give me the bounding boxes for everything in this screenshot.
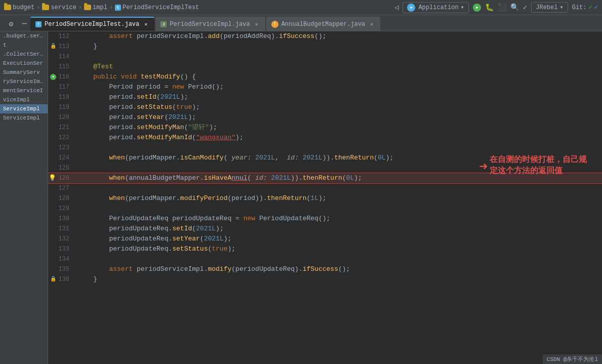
toolbar-icon-coverage[interactable]: ⬛: [498, 3, 506, 12]
line-num-132: 132: [58, 234, 69, 244]
toolbar-icon-profile[interactable]: 🔍: [510, 3, 519, 12]
annotation-text: 在自测的时候打桩，自己规定这个方法的返回值: [490, 154, 587, 177]
gutter-125: 125: [48, 163, 73, 173]
toolbar-icon-bug[interactable]: 🐛: [485, 3, 494, 12]
code-content-114: [73, 52, 602, 62]
code-content-129: [73, 204, 602, 214]
line-num-120: 120: [58, 112, 69, 123]
breadcrumb-budget[interactable]: budget: [4, 4, 34, 11]
code-content-130: PeriodUpdateReq periodUpdateReq = new Pe…: [73, 214, 602, 224]
lock-icon-113: 🔒: [50, 42, 56, 52]
settings-gear[interactable]: ⚙: [4, 17, 18, 31]
breadcrumb-sep-2: ›: [78, 4, 82, 11]
code-line-122: 122 period.setModifyManId("wangxuan");: [48, 133, 602, 143]
line-num-128: 128: [58, 193, 69, 204]
tab-close-2[interactable]: ✕: [368, 21, 375, 28]
sidebar-item-9[interactable]: ServiceImpl: [0, 104, 48, 113]
code-content-123: [73, 143, 602, 153]
run-button[interactable]: [473, 4, 481, 12]
line-num-122: 122: [58, 133, 69, 143]
line-num-133: 133: [58, 244, 69, 254]
gutter-124: 124: [48, 153, 73, 163]
line-num-112: 112: [58, 31, 69, 42]
gutter-118: 118: [48, 92, 73, 102]
line-num-134: 134: [58, 254, 69, 264]
gutter-114: 114: [48, 52, 73, 62]
code-content-122: period.setModifyManId("wangxuan");: [73, 133, 602, 143]
app-label: Application: [418, 4, 458, 11]
breadcrumb-class[interactable]: C PeriodServiceImplTest: [115, 4, 199, 11]
gutter-122: 122: [48, 133, 73, 143]
code-content-120: period.setYear(2021L);: [73, 112, 602, 123]
sidebar-item-6[interactable]: ryServiceImpl: [0, 77, 48, 86]
gutter-131: 131: [48, 224, 73, 234]
sidebar-item-10[interactable]: ServiceImpl: [0, 113, 48, 123]
code-line-136: 🔒 136 }: [48, 274, 602, 285]
line-num-127: 127: [58, 183, 69, 193]
code-line-118: 118 period.setId(2021L);: [48, 92, 602, 102]
jrebel-dropdown[interactable]: JRebel ▾: [531, 2, 568, 13]
sidebar-item-5[interactable]: SummaryServ: [0, 68, 48, 77]
code-line-129: 129: [48, 204, 602, 214]
sidebar-item-8[interactable]: viceImpl: [0, 95, 48, 104]
code-content-131: periodUpdateReq.setId(2021L);: [73, 224, 602, 234]
toolbar-icon-check[interactable]: ✓: [523, 3, 527, 12]
code-line-131: 131 periodUpdateReq.setId(2021L);: [48, 224, 602, 234]
breadcrumb-service-label: service: [51, 4, 76, 11]
tab-period-service-impl[interactable]: J PeriodServiceImpl.java ✕: [155, 17, 265, 31]
line-num-121: 121: [58, 123, 69, 133]
code-content-136: }: [73, 274, 602, 285]
app-dropdown[interactable]: Application ▾: [403, 2, 468, 13]
tab-annual-budget-mapper[interactable]: ! AnnualBudgetMapper.java ✕: [266, 17, 381, 31]
breadcrumb-service[interactable]: service: [42, 4, 76, 11]
line-num-115: 115: [58, 62, 69, 72]
breadcrumb-budget-label: budget: [13, 4, 34, 11]
tab-label-2: AnnualBudgetMapper.java: [282, 21, 366, 28]
tab-period-service-impl-test[interactable]: T PeriodServiceImplTest.java ✕: [30, 17, 154, 31]
code-line-115: 115 @Test: [48, 62, 602, 72]
toolbar-icon-arrow-left[interactable]: ◁: [394, 3, 398, 12]
annotation-arrow: ➜: [479, 158, 488, 175]
code-line-134: 134: [48, 254, 602, 264]
jrebel-label: JRebel: [536, 4, 557, 11]
dropdown-chevron: ▾: [461, 4, 464, 11]
jrebel-chevron: ▾: [559, 4, 563, 11]
breadcrumb-class-label: PeriodServiceImplTest: [123, 4, 199, 11]
line-num-136: 136: [58, 274, 69, 285]
sidebar-item-4[interactable]: ExecutionSer: [0, 59, 48, 68]
status-bar: CSDN @杀千不为沧l: [543, 354, 602, 364]
bulb-icon-126[interactable]: 💡: [49, 173, 56, 183]
code-line-119: 119 period.setStatus(true);: [48, 102, 602, 112]
run-icon: [407, 4, 415, 12]
gutter-113: 🔒 113: [48, 42, 73, 52]
gutter-119: 119: [48, 102, 73, 112]
gutter-127: 127: [48, 183, 73, 193]
tab-close-0[interactable]: ✕: [142, 21, 149, 28]
tab-label-0: PeriodServiceImplTest.java: [45, 21, 139, 28]
tab-close-1[interactable]: ✕: [253, 21, 260, 28]
line-num-131: 131: [58, 224, 69, 234]
collapse-button[interactable]: —: [19, 17, 29, 31]
code-content-134: [73, 254, 602, 264]
sidebar-item-1[interactable]: .budget.servi: [0, 31, 48, 41]
code-line-133: 133 periodUpdateReq.setStatus(true);: [48, 244, 602, 254]
code-content-116: public void testModify() {: [73, 72, 602, 82]
gutter-115: 115: [48, 62, 73, 72]
tabs-bar: ⚙ — T PeriodServiceImplTest.java ✕ J Per…: [0, 15, 602, 31]
run-marker-116[interactable]: [50, 74, 56, 80]
code-content-112: assert periodServiceImpl.add(periodAddRe…: [73, 31, 602, 42]
code-line-135: 135 assert periodServiceImpl.modify(peri…: [48, 264, 602, 274]
breadcrumb-impl[interactable]: impl: [84, 4, 107, 11]
line-num-130: 130: [58, 214, 69, 224]
gutter-116: 116: [48, 72, 73, 82]
code-content-119: period.setStatus(true);: [73, 102, 602, 112]
line-num-113: 113: [58, 42, 69, 52]
sidebar-item-7[interactable]: mentServiceI: [0, 86, 48, 95]
gutter-117: 117: [48, 82, 73, 92]
code-line-130: 130 PeriodUpdateReq periodUpdateReq = ne…: [48, 214, 602, 224]
line-num-117: 117: [58, 82, 69, 92]
gutter-120: 120: [48, 112, 73, 123]
breadcrumb: budget › service › impl › C PeriodServic…: [4, 4, 199, 11]
sidebar-item-2[interactable]: t: [0, 41, 48, 50]
sidebar-item-3[interactable]: .CollectServi: [0, 50, 48, 59]
